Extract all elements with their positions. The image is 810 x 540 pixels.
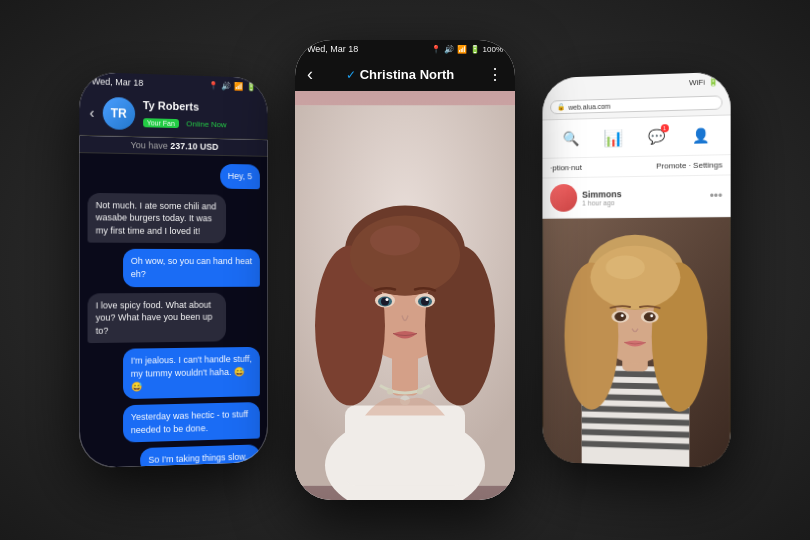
profile-svg bbox=[295, 91, 515, 500]
message-bubble: Yesterday was hectic - to stuff needed t… bbox=[123, 402, 260, 443]
lock-icon: 🔒 bbox=[557, 103, 566, 111]
right-status-icons: WiFi 🔋 bbox=[689, 77, 718, 87]
chat-area: Hey, 5 Not much. I ate some chili and wa… bbox=[79, 153, 267, 468]
main-scene: Wed, Mar 18 📍 🔊 📶 🔋 ‹ TR Ty Roberts Your… bbox=[0, 0, 810, 540]
svg-point-43 bbox=[621, 314, 624, 317]
page-header-left: ·ption·nut bbox=[550, 163, 582, 172]
message-bubble: Not much. I ate some chili and wasabe bu… bbox=[88, 192, 227, 243]
volume-icon2: 🔊 bbox=[444, 45, 454, 54]
browser-nav: 🔍 📊 💬 1 👤 bbox=[542, 115, 730, 158]
message-options[interactable]: ••• bbox=[710, 189, 723, 203]
left-screen: Wed, Mar 18 📍 🔊 📶 🔋 ‹ TR Ty Roberts Your… bbox=[79, 72, 267, 469]
location-icon2: 📍 bbox=[431, 45, 441, 54]
profile-nav-button[interactable]: 👤 bbox=[686, 121, 714, 150]
left-status-date: Wed, Mar 18 bbox=[92, 76, 144, 88]
search-icon: 🔍 bbox=[563, 130, 579, 146]
svg-point-18 bbox=[426, 298, 429, 301]
message-bubble: Oh wow, so you can hand heat eh? bbox=[123, 249, 260, 287]
search-nav-button[interactable]: 🔍 bbox=[558, 124, 585, 152]
contact-avatar: TR bbox=[102, 97, 134, 130]
signal-icon2: 📶 bbox=[457, 45, 467, 54]
center-status-bar: Wed, Mar 18 📍 🔊 📶 🔋 100% bbox=[295, 40, 515, 58]
wifi-icon: WiFi bbox=[689, 77, 705, 87]
messages-nav-button[interactable]: 💬 1 bbox=[643, 122, 671, 151]
center-status-icons: 📍 🔊 📶 🔋 100% bbox=[431, 45, 503, 54]
balance-label: You have bbox=[131, 140, 168, 151]
center-status-date: Wed, Mar 18 bbox=[307, 44, 358, 54]
profile-name: Christina North bbox=[360, 67, 455, 82]
svg-point-10 bbox=[370, 226, 420, 256]
svg-rect-3 bbox=[345, 406, 465, 486]
svg-point-17 bbox=[386, 298, 389, 301]
balance-amount: 237.10 USD bbox=[170, 141, 218, 152]
message-avatar bbox=[550, 184, 577, 212]
battery-percent: 100% bbox=[483, 45, 503, 54]
left-phone: Wed, Mar 18 📍 🔊 📶 🔋 ‹ TR Ty Roberts Your… bbox=[79, 72, 267, 469]
profile-title-area: ✓ Christina North bbox=[313, 67, 487, 82]
svg-point-38 bbox=[606, 256, 645, 280]
verified-icon: ✓ bbox=[346, 68, 356, 82]
message-bubble: So I'm taking things slow... bbox=[140, 445, 260, 469]
battery-icon2: 🔋 bbox=[470, 45, 480, 54]
message-info: Simmons 1 hour ago bbox=[582, 188, 705, 207]
fan-badge: Your Fan bbox=[143, 118, 179, 128]
center-phone: Wed, Mar 18 📍 🔊 📶 🔋 100% ‹ ✓ Christina N… bbox=[295, 40, 515, 500]
svg-point-44 bbox=[650, 314, 653, 317]
chat-header: ‹ TR Ty Roberts Your Fan Online Now bbox=[79, 90, 267, 140]
notification-badge: 1 bbox=[661, 124, 669, 132]
message-time: 1 hour ago bbox=[582, 198, 705, 206]
stats-nav-button[interactable]: 📊 bbox=[600, 123, 628, 152]
profile-header: ‹ ✓ Christina North ⋮ bbox=[295, 58, 515, 91]
message-bubble: I love spicy food. What about you? What … bbox=[88, 292, 227, 343]
right-phone: WiFi 🔋 🔒 web.alua.com 🔍 📊 bbox=[542, 72, 730, 469]
online-status: Online Now bbox=[186, 119, 227, 129]
right-photo-svg bbox=[542, 217, 730, 468]
message-bubble: Hey, 5 bbox=[220, 164, 260, 189]
back-button[interactable]: ‹ bbox=[90, 105, 95, 121]
battery-icon: 🔋 bbox=[246, 82, 256, 91]
signal-icon: 📶 bbox=[234, 81, 244, 90]
url-bar[interactable]: 🔒 web.alua.com bbox=[550, 95, 722, 114]
volume-icon: 🔊 bbox=[221, 81, 231, 90]
message-preview[interactable]: Simmons 1 hour ago ••• bbox=[542, 175, 730, 218]
profile-icon: 👤 bbox=[692, 127, 709, 144]
location-icon: 📍 bbox=[208, 81, 218, 90]
left-status-icons: 📍 🔊 📶 🔋 bbox=[208, 81, 256, 91]
profile-image bbox=[295, 91, 515, 500]
url-text: web.alua.com bbox=[568, 102, 610, 110]
more-options-button[interactable]: ⋮ bbox=[487, 65, 503, 84]
svg-point-20 bbox=[387, 389, 393, 395]
svg-point-21 bbox=[417, 389, 423, 395]
page-header-right: Promote · Settings bbox=[656, 160, 722, 170]
contact-badges: Your Fan Online Now bbox=[143, 111, 258, 132]
right-photo bbox=[542, 217, 730, 468]
right-battery-icon: 🔋 bbox=[708, 77, 718, 86]
stats-icon: 📊 bbox=[604, 128, 624, 147]
message-bubble: I'm jealous. I can't handle stuff, my tu… bbox=[123, 347, 260, 399]
right-screen: WiFi 🔋 🔒 web.alua.com 🔍 📊 bbox=[542, 72, 730, 469]
center-screen: Wed, Mar 18 📍 🔊 📶 🔋 100% ‹ ✓ Christina N… bbox=[295, 40, 515, 500]
contact-info: Ty Roberts Your Fan Online Now bbox=[143, 99, 258, 132]
